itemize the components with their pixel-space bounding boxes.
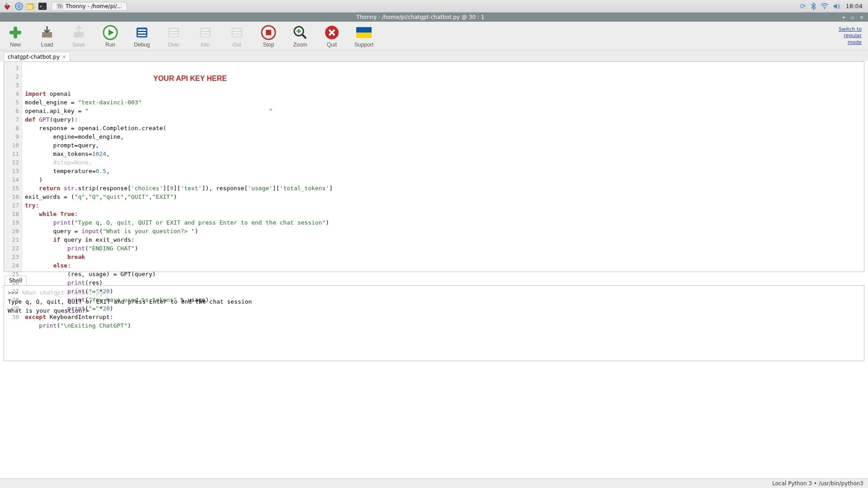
- svg-rect-13: [42, 32, 52, 38]
- step-over-icon: [165, 24, 182, 41]
- taskbar-app-label: Thonny - /home/pi/...: [66, 3, 122, 9]
- web-browser-icon[interactable]: [14, 2, 24, 11]
- svg-rect-27: [201, 35, 209, 36]
- svg-rect-25: [201, 29, 209, 31]
- editor-tabrow: chatgpt-chatbot.py ✕: [0, 51, 868, 61]
- load-button[interactable]: Load: [38, 24, 56, 48]
- svg-rect-22: [170, 32, 178, 33]
- svg-rect-33: [266, 30, 271, 35]
- bluetooth-icon[interactable]: [811, 3, 816, 10]
- svg-rect-40: [356, 33, 372, 38]
- svg-point-2: [6, 7, 9, 9]
- close-button[interactable]: ✕: [858, 14, 865, 21]
- load-icon: [39, 24, 55, 41]
- over-button: Over: [165, 24, 183, 48]
- debug-icon: [134, 24, 150, 41]
- switch-mode-link[interactable]: Switch to regular mode: [839, 26, 862, 46]
- quit-icon: [324, 24, 340, 41]
- into-button: Into: [196, 24, 214, 48]
- zoom-button[interactable]: Zoom: [291, 24, 309, 48]
- svg-rect-30: [233, 32, 241, 33]
- svg-rect-5: [26, 5, 33, 9]
- out-button: Out: [228, 24, 246, 48]
- svg-rect-29: [233, 29, 241, 31]
- code-editor[interactable]: 1 2 3 4 5 6 7 8 9 10 11 12 13 14 15 16 1…: [4, 61, 864, 272]
- svg-text:>_: >_: [40, 4, 45, 9]
- stop-button[interactable]: Stop: [259, 24, 278, 48]
- step-out-icon: [229, 24, 245, 41]
- svg-rect-17: [138, 29, 146, 31]
- debug-button[interactable]: Debug: [133, 24, 151, 48]
- svg-text:Th: Th: [57, 4, 63, 9]
- svg-rect-39: [356, 27, 372, 33]
- line-gutter: 1 2 3 4 5 6 7 8 9 10 11 12 13 14 15 16 1…: [4, 62, 22, 272]
- svg-rect-21: [170, 29, 178, 31]
- svg-line-37: [302, 35, 306, 38]
- file-tab[interactable]: chatgpt-chatbot.py ✕: [4, 52, 70, 61]
- clock[interactable]: 18:04: [846, 3, 865, 9]
- api-key-overlay: YOUR API KEY HERE: [153, 74, 227, 83]
- thonny-icon: Th: [57, 3, 63, 9]
- svg-rect-12: [9, 31, 21, 34]
- minimize-button[interactable]: ▾: [840, 14, 847, 21]
- window-titlebar: Thonny - /home/pi/chatgpt-chatbot.py @ 3…: [0, 13, 868, 22]
- status-bar: Local Python 3 • /usr/bin/python3: [0, 478, 868, 488]
- file-manager-icon[interactable]: [26, 2, 35, 11]
- toolbar: New Load Save Run Debug Over Into Out St…: [0, 22, 868, 51]
- svg-rect-14: [74, 32, 84, 38]
- volume-icon[interactable]: [833, 3, 841, 9]
- svg-rect-26: [201, 32, 209, 33]
- raspberry-menu-icon[interactable]: [3, 2, 12, 11]
- plus-icon: [7, 24, 24, 41]
- wifi-icon[interactable]: [821, 3, 829, 9]
- svg-rect-19: [138, 35, 146, 36]
- svg-point-10: [824, 8, 825, 9]
- new-button[interactable]: New: [6, 24, 24, 48]
- stop-icon: [260, 24, 277, 41]
- maximize-button[interactable]: ▫: [849, 14, 856, 21]
- os-taskbar: >_ Th Thonny - /home/pi/... ⟳ 18:04: [0, 0, 868, 13]
- svg-rect-23: [170, 35, 178, 36]
- svg-rect-31: [233, 35, 241, 36]
- step-into-icon: [197, 24, 213, 41]
- save-button: Save: [70, 24, 88, 48]
- terminal-icon[interactable]: >_: [38, 2, 47, 11]
- ukraine-flag-icon: [356, 24, 372, 41]
- svg-rect-18: [138, 32, 146, 33]
- taskbar-app-tab[interactable]: Th Thonny - /home/pi/...: [52, 2, 127, 11]
- file-tab-label: chatgpt-chatbot.py: [8, 54, 60, 60]
- play-icon: [102, 24, 118, 41]
- quit-button[interactable]: Quit: [323, 24, 341, 48]
- support-button[interactable]: Support: [354, 24, 373, 48]
- run-button[interactable]: Run: [101, 24, 119, 48]
- save-icon: [71, 24, 87, 41]
- close-tab-icon[interactable]: ✕: [62, 54, 66, 60]
- zoom-icon: [292, 24, 308, 41]
- window-title: Thonny - /home/pi/chatgpt-chatbot.py @ 3…: [3, 14, 838, 20]
- code-area[interactable]: YOUR API KEY HERE import openaimodel_eng…: [22, 62, 864, 272]
- interpreter-label[interactable]: Local Python 3 • /usr/bin/python3: [772, 480, 863, 487]
- updates-icon[interactable]: ⟳: [800, 2, 806, 10]
